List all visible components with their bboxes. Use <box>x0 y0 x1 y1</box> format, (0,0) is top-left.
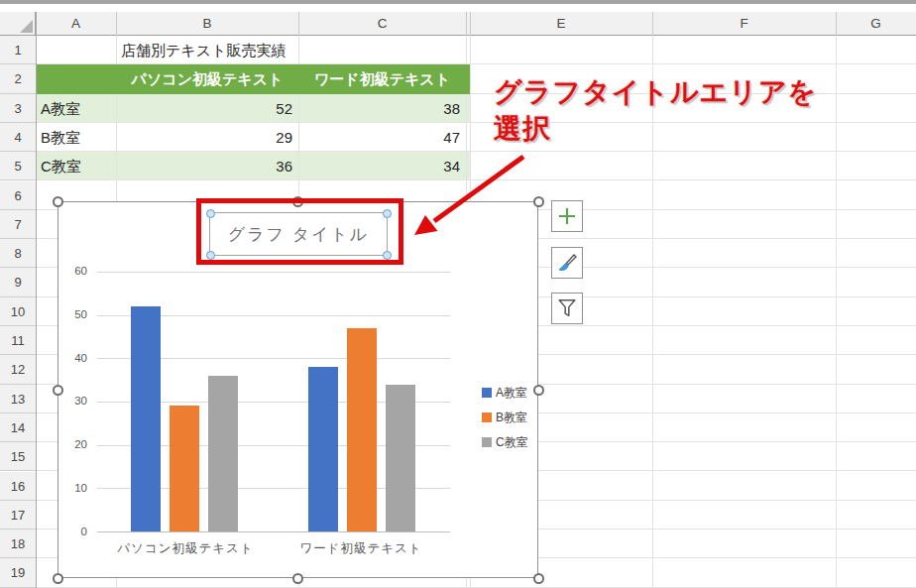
bar-B教室-1[interactable] <box>170 406 199 531</box>
x-axis-category-label[interactable]: パソコン初級テキスト <box>106 540 265 557</box>
chart-resize-handle[interactable] <box>292 573 303 584</box>
cell-B1[interactable]: 店舗別テキスト販売実績 <box>121 36 286 64</box>
row-header-5[interactable]: 5 <box>0 152 36 180</box>
row-header-16[interactable]: 16 <box>0 472 36 501</box>
row-header-19[interactable]: 19 <box>0 558 36 587</box>
column-header-G[interactable]: G <box>836 12 916 36</box>
bar-C教室-1[interactable] <box>208 376 238 531</box>
column-header-separator <box>466 12 467 36</box>
row-header-border <box>36 12 37 588</box>
y-axis-tick-label[interactable]: 50 <box>60 308 87 320</box>
row-header-8[interactable]: 8 <box>0 239 36 268</box>
chart-resize-handle[interactable] <box>533 385 544 396</box>
cell-B4[interactable]: 29 <box>116 123 292 152</box>
select-all-triangle-icon <box>20 20 33 33</box>
row-header-17[interactable]: 17 <box>0 501 36 529</box>
legend-swatch <box>482 388 492 398</box>
cell-B2[interactable]: パソコン初級テキスト <box>116 64 298 93</box>
chart-filters-button[interactable] <box>551 293 583 324</box>
y-axis-tick-label[interactable]: 20 <box>60 438 87 450</box>
bar-A教室-2[interactable] <box>308 367 338 531</box>
column-header-F[interactable]: F <box>652 12 836 36</box>
row-header-14[interactable]: 14 <box>0 413 36 442</box>
bar-B教室-2[interactable] <box>347 328 377 531</box>
bar-C教室-2[interactable] <box>386 385 415 531</box>
y-axis-tick-label[interactable]: 60 <box>60 265 87 277</box>
brush-icon <box>556 252 578 274</box>
chart-gridline <box>97 531 450 532</box>
funnel-icon <box>556 297 578 319</box>
row-header-12[interactable]: 12 <box>0 355 36 384</box>
legend-item-A教室[interactable]: A教室 <box>482 386 527 400</box>
y-axis-tick-label[interactable]: 30 <box>60 395 87 407</box>
column-header-E[interactable]: E <box>470 12 652 36</box>
row-header-13[interactable]: 13 <box>0 385 36 413</box>
y-axis-tick-label[interactable]: 0 <box>60 526 87 537</box>
annotation-arrow <box>401 139 570 248</box>
chart-resize-handle[interactable] <box>53 573 63 584</box>
select-all-corner[interactable] <box>0 12 36 36</box>
excel-worksheet: ABCEFG 12345678910111213141516171819 パソコ… <box>0 0 916 588</box>
legend-swatch <box>482 412 492 422</box>
cell-B3[interactable]: 52 <box>116 94 292 123</box>
chart-styles-button[interactable] <box>551 247 583 279</box>
y-axis-tick-label[interactable]: 10 <box>60 482 87 494</box>
chart-resize-handle[interactable] <box>53 385 63 396</box>
row-header-4[interactable]: 4 <box>0 123 36 152</box>
column-header-A[interactable]: A <box>36 12 116 36</box>
x-axis-category-label[interactable]: ワード初級テキスト <box>282 540 440 557</box>
column-header-separator <box>470 12 471 36</box>
row-header-9[interactable]: 9 <box>0 268 36 296</box>
column-header-separator <box>836 12 837 36</box>
row-header-7[interactable]: 7 <box>0 210 36 239</box>
legend-item-B教室[interactable]: B教室 <box>482 411 527 424</box>
legend-label: A教室 <box>496 385 527 402</box>
annotation-highlight-box <box>196 198 403 265</box>
legend-item-C教室[interactable]: C教室 <box>482 435 528 449</box>
cell-A4[interactable]: B教室 <box>41 123 80 152</box>
row-header-18[interactable]: 18 <box>0 529 36 558</box>
cell-A5[interactable]: C教室 <box>41 152 81 180</box>
row-header-15[interactable]: 15 <box>0 442 36 471</box>
row-header-11[interactable]: 11 <box>0 326 36 355</box>
sheet-gridline-vertical <box>836 36 837 588</box>
y-axis-tick-label[interactable]: 40 <box>60 352 87 364</box>
cell-C3[interactable]: 38 <box>298 94 460 123</box>
cell-A3[interactable]: A教室 <box>41 94 80 123</box>
column-header-separator <box>652 12 653 36</box>
chart-resize-handle[interactable] <box>533 573 544 584</box>
column-header-C[interactable]: C <box>298 12 466 36</box>
legend-label: C教室 <box>496 434 528 451</box>
bar-A教室-1[interactable] <box>131 306 161 531</box>
chart-resize-handle[interactable] <box>53 196 63 207</box>
chart-gridline <box>97 272 450 273</box>
cell-C2[interactable]: ワード初級テキスト <box>298 64 466 93</box>
formula-bar-divider <box>0 0 916 4</box>
row-header-10[interactable]: 10 <box>0 297 36 326</box>
column-header-separator <box>298 12 299 36</box>
cell-B5[interactable]: 36 <box>116 152 292 180</box>
row-header-3[interactable]: 3 <box>0 94 36 123</box>
legend-label: B教室 <box>496 410 527 426</box>
row-header-2[interactable]: 2 <box>0 64 36 93</box>
column-header-separator <box>116 12 117 36</box>
legend-swatch <box>482 437 492 447</box>
column-header-B[interactable]: B <box>116 12 298 36</box>
row-header-1[interactable]: 1 <box>0 36 36 64</box>
row-header-6[interactable]: 6 <box>0 181 36 210</box>
annotation-text: グラフタイトルエリアを 選択 <box>494 73 817 147</box>
